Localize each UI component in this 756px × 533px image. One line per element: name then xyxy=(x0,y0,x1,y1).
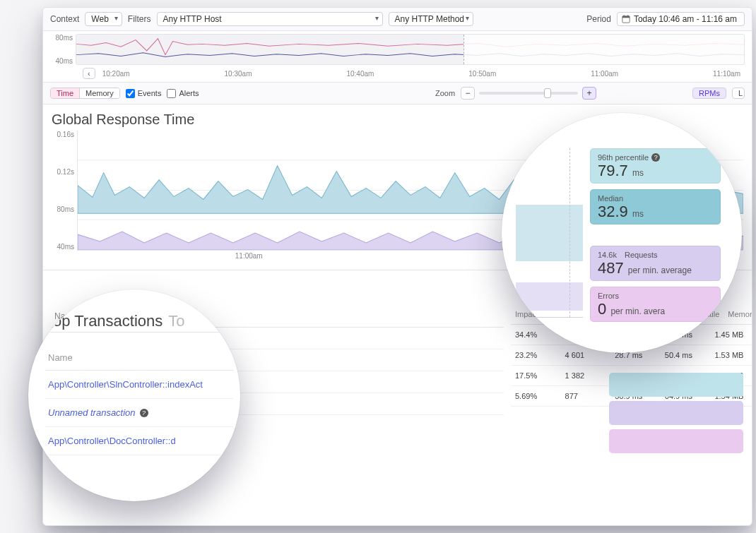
magnifier-transactions-bubble: Top Transactions To Name App\Controller\… xyxy=(28,289,240,501)
extra-toggle[interactable]: L xyxy=(732,88,745,99)
bubble-name-header: Name xyxy=(45,333,233,371)
svg-rect-1 xyxy=(622,16,630,18)
memory-toggle[interactable]: Memory xyxy=(80,88,119,98)
bubble-row[interactable]: App\Controller\DocController::d xyxy=(45,427,233,455)
zoom-track[interactable] xyxy=(479,92,578,95)
card-requests[interactable]: 14.6k Requests 487 per min. average xyxy=(590,246,721,281)
bubble-chart-slice xyxy=(516,148,583,318)
filter-bar: Context Web Filters Any HTTP Host Any HT… xyxy=(43,8,752,31)
help-icon: ? xyxy=(651,153,660,162)
period-value: Today 10:46 am - 11:16 am xyxy=(634,14,737,24)
http-method-select[interactable]: Any HTTP Method xyxy=(389,12,473,26)
rpms-toggle[interactable]: RPMs xyxy=(692,88,726,99)
bubble-row[interactable]: App\Controller\SlnController::indexAct xyxy=(45,371,233,399)
overview-sparkline[interactable] xyxy=(76,34,745,65)
context-select[interactable]: Web xyxy=(85,12,122,26)
help-icon[interactable]: ? xyxy=(140,409,148,417)
overview-timeline: ‹ 10:20am 10:30am 10:40am 10:50am 11:00a… xyxy=(50,65,745,82)
card-median[interactable]: Median 32.9 ms xyxy=(590,189,721,224)
zoom-out-button[interactable]: − xyxy=(461,87,475,100)
summary-cards-shadow: per min. average per min. average xyxy=(609,373,743,453)
controls-row: Time Memory Events Alerts Zoom − + RPMs … xyxy=(43,83,752,104)
metric-toggle-group: Time Memory xyxy=(50,88,120,99)
overview-yaxis: 80ms 40ms xyxy=(50,34,76,65)
zoom-in-button[interactable]: + xyxy=(582,87,596,100)
events-checkbox[interactable]: Events xyxy=(126,89,162,98)
zoom-slider: − + xyxy=(461,87,596,100)
overview-selection[interactable] xyxy=(463,35,744,64)
alerts-checkbox[interactable]: Alerts xyxy=(167,89,199,98)
card-p96[interactable]: 96th percentile ? 79.7 ms xyxy=(590,148,721,184)
col-memory: Memory xyxy=(723,304,752,324)
period-label: Period xyxy=(586,14,611,24)
time-toggle[interactable]: Time xyxy=(51,88,80,98)
svg-rect-2 xyxy=(623,15,624,17)
context-label: Context xyxy=(50,14,79,24)
bubble-row[interactable]: Unnamed transaction ? xyxy=(45,399,233,427)
zoom-label: Zoom xyxy=(435,89,455,97)
calendar-icon xyxy=(622,15,630,23)
filters-label: Filters xyxy=(128,14,151,24)
period-picker[interactable]: Today 10:46 am - 11:16 am xyxy=(617,12,745,26)
bubble-tab-fragment[interactable]: To xyxy=(168,312,184,330)
grt-yaxis: 0.16s 0.12s 80ms 40ms xyxy=(52,131,77,251)
overview-prev-button[interactable]: ‹ xyxy=(83,68,95,79)
http-host-select[interactable]: Any HTTP Host xyxy=(157,12,383,26)
overview-area: 80ms 40ms ‹ 10:20am 10:30am 10:40am 10:5… xyxy=(43,31,752,83)
svg-rect-3 xyxy=(627,15,628,17)
zoom-thumb[interactable] xyxy=(544,88,551,98)
card-errors[interactable]: Errors 0 per min. avera xyxy=(590,287,721,322)
magnifier-summary-bubble: 96th percentile ? 79.7 ms Median 32.9 ms… xyxy=(502,113,742,353)
